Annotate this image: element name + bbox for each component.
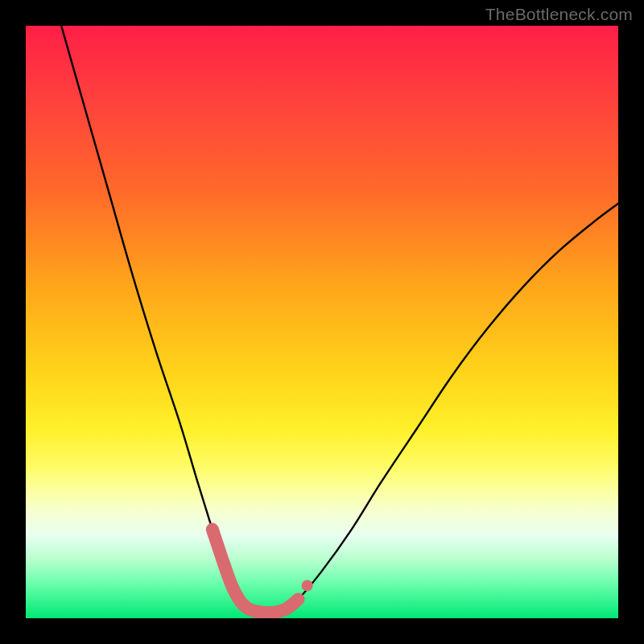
chart-plot-area [26,26,618,618]
chart-frame: TheBottleneck.com [0,0,644,644]
optimal-range-highlight [213,530,299,613]
bottleneck-curve [61,26,618,613]
chart-svg [26,26,618,618]
watermark-text: TheBottleneck.com [485,5,633,24]
optimal-marker-dot [302,580,313,592]
